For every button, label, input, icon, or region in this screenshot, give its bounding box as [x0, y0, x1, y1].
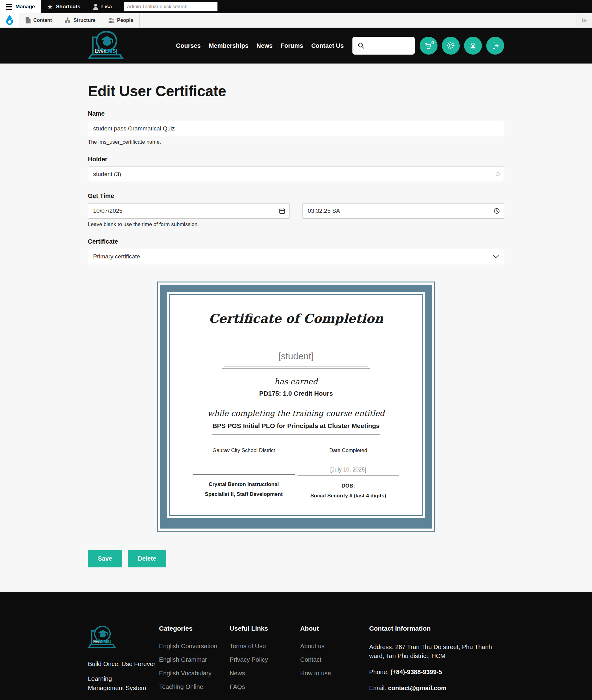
- footer-link-english-conversation[interactable]: English Conversation: [159, 643, 230, 650]
- certificate-label: Certificate: [88, 238, 504, 245]
- categories-heading: Categories: [159, 625, 230, 632]
- certificate-recipient: [student]: [182, 351, 410, 361]
- nav-forums[interactable]: Forums: [281, 42, 303, 49]
- people-tab-label: People: [117, 17, 133, 23]
- star-icon: ★: [47, 4, 53, 10]
- everlms-logo-icon: Ever LMS|: [88, 31, 124, 61]
- manage-label: Manage: [15, 4, 35, 10]
- about-heading: About: [300, 625, 371, 632]
- date-completed-value: [July 10, 2025]: [296, 466, 400, 473]
- account-button[interactable]: [464, 37, 482, 55]
- holder-input[interactable]: [88, 166, 504, 182]
- drupal-logo-icon: [5, 15, 14, 26]
- cart-button[interactable]: 0: [420, 37, 438, 55]
- structure-tab-label: Structure: [73, 17, 95, 23]
- footer-link-english-vocabulary[interactable]: English Vocabulary: [159, 670, 230, 677]
- name-help: The lms_user_certificate name.: [88, 139, 504, 145]
- admin-tab-people[interactable]: People: [102, 13, 140, 28]
- name-input[interactable]: [88, 121, 504, 136]
- credit-hours-text: PD175: 1.0 Credit Hours: [182, 390, 410, 397]
- footer-contact-info: Contact Information Address: 267 Tran Th…: [369, 625, 504, 700]
- nav-courses[interactable]: Courses: [176, 42, 201, 49]
- course-title-text: BPS PGS Initial PLO for Principals at Cl…: [182, 422, 410, 430]
- autocomplete-icon: [495, 172, 500, 177]
- footer-link-english-grammar[interactable]: English Grammar: [159, 656, 230, 663]
- header-search-box[interactable]: [352, 37, 415, 55]
- footer-link-terms[interactable]: Terms of Use: [230, 643, 300, 650]
- dob-label: DOB:: [296, 481, 400, 491]
- get-time-help: Leave blank to use the time of form subm…: [88, 221, 504, 228]
- contact-phone: Phone: (+84)-9388-9399-5: [369, 668, 504, 677]
- admin-quick-search-input[interactable]: [124, 2, 218, 11]
- gear-icon: [446, 41, 455, 50]
- cart-count-badge: 0: [431, 40, 434, 45]
- while-completing-text: while completing the training course ent…: [182, 409, 410, 418]
- chevron-down-icon: [493, 255, 499, 258]
- admin-manage-tab[interactable]: Manage: [0, 0, 41, 13]
- useful-links-heading: Useful Links: [230, 625, 300, 632]
- admin-user-name: Lisa: [101, 4, 112, 10]
- certificate-right-column: Date Completed [July 10, 2025] DOB: Soci…: [296, 447, 400, 501]
- footer-useful-links: Useful Links Terms of Use Privacy Policy…: [230, 625, 300, 700]
- sign-out-icon: [491, 42, 499, 50]
- people-icon: [108, 17, 114, 23]
- footer-link-about-us[interactable]: About us: [300, 643, 371, 650]
- toolbar-orientation-toggle[interactable]: [577, 13, 592, 28]
- time-input[interactable]: [302, 203, 504, 219]
- ssn-label: Social Security # (last 4 digits): [296, 491, 400, 501]
- certificate-select[interactable]: Primary certificate: [88, 249, 504, 264]
- content-tab-label: Content: [33, 17, 52, 23]
- admin-user-tab[interactable]: Lisa: [87, 0, 118, 13]
- document-icon: [25, 17, 31, 23]
- has-earned-text: has earned: [182, 377, 410, 386]
- contact-email: Email: contact@gmail.com: [369, 684, 504, 693]
- search-icon: [357, 42, 365, 49]
- page-title: Edit User Certificate: [88, 83, 504, 100]
- logout-button[interactable]: [486, 37, 504, 55]
- date-underline: [302, 473, 395, 474]
- admin-tab-content[interactable]: Content: [19, 13, 58, 28]
- admin-tab-structure[interactable]: Structure: [58, 13, 102, 28]
- svg-text:LMS|: LMS|: [101, 639, 111, 644]
- save-button[interactable]: Save: [88, 550, 122, 567]
- signature-rule-right: [298, 476, 399, 476]
- nav-contact-us[interactable]: Contact Us: [311, 42, 344, 49]
- signer-line2: Specialist II, Staff Development: [192, 489, 296, 499]
- org-name: Gaurav City School District: [192, 447, 296, 454]
- admin-menu-bar: Content Structure People: [0, 13, 592, 28]
- certificate-preview: Certificate of Completion [student] has …: [157, 282, 435, 532]
- footer-about: About About us Contact How to use: [300, 625, 371, 700]
- main-content: Edit User Certificate Name The lms_user_…: [88, 63, 504, 592]
- user-icon: [93, 4, 98, 10]
- nav-memberships[interactable]: Memberships: [209, 42, 249, 49]
- contact-address: Address: 267 Tran Thu Do street, Phu Tha…: [369, 643, 504, 660]
- everlms-logo[interactable]: Ever LMS|: [88, 31, 124, 61]
- hamburger-icon: [6, 4, 12, 10]
- footer-link-faqs[interactable]: FAQs: [230, 683, 300, 691]
- date-input[interactable]: [88, 203, 290, 219]
- recipient-underline: [224, 366, 368, 367]
- footer-link-how-to-use[interactable]: How to use: [300, 670, 371, 677]
- admin-shortcuts-tab[interactable]: ★ Shortcuts: [41, 0, 86, 13]
- collapse-left-icon: [581, 18, 588, 23]
- nav-news[interactable]: News: [256, 42, 273, 49]
- holder-label: Holder: [88, 156, 504, 163]
- footer-tagline1: Build Once, Use Forever: [88, 659, 159, 668]
- drupal-home-button[interactable]: [0, 13, 19, 28]
- certificate-title: Certificate of Completion: [182, 311, 410, 326]
- course-rule: [212, 435, 380, 435]
- main-nav: Courses Memberships News Forums Contact …: [176, 42, 344, 49]
- footer-link-teaching-online[interactable]: Teaching Online: [159, 683, 230, 691]
- delete-button[interactable]: Delete: [128, 550, 166, 567]
- get-time-label: Get Time: [88, 192, 504, 200]
- footer-everlms-logo-icon[interactable]: Ever LMS|: [88, 625, 116, 650]
- clock-icon: [494, 208, 500, 214]
- footer-link-news[interactable]: News: [230, 670, 300, 677]
- footer-tagline2: Learning Management System: [88, 674, 146, 693]
- recipient-rule: [222, 368, 370, 369]
- settings-button[interactable]: [442, 37, 460, 55]
- certificate-select-value: Primary certificate: [93, 253, 140, 260]
- footer-link-contact[interactable]: Contact: [300, 656, 371, 663]
- footer-link-privacy[interactable]: Privacy Policy: [230, 656, 300, 663]
- calendar-icon: [279, 208, 285, 214]
